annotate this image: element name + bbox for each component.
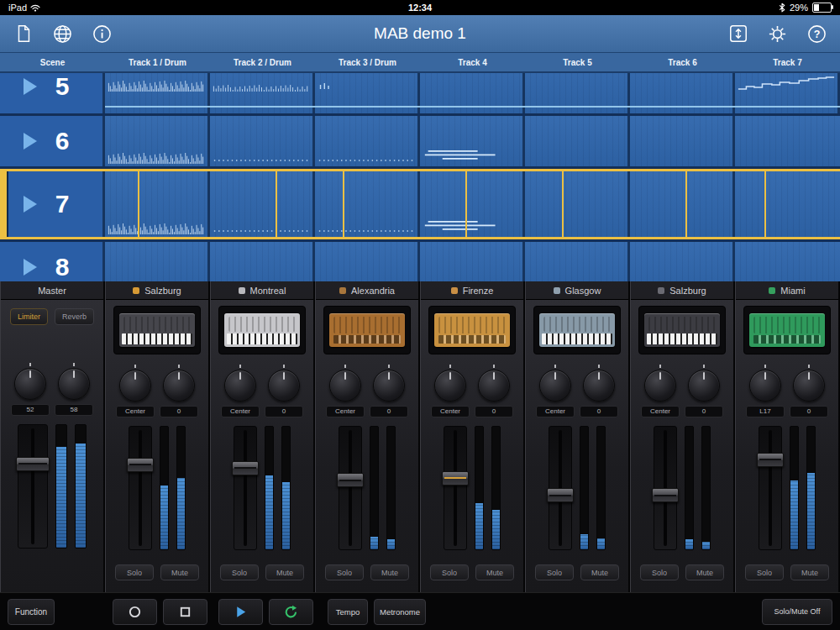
scene-launch-cell-6[interactable]: 6: [0, 116, 105, 166]
fader-cap[interactable]: [127, 458, 154, 472]
channel-header[interactable]: Alexandria: [316, 281, 418, 300]
reverb-button[interactable]: Reverb: [55, 308, 94, 325]
volume-fader[interactable]: [654, 426, 677, 550]
clip-scene8-track6[interactable]: [630, 242, 735, 281]
clip-scene7-track7[interactable]: [735, 171, 840, 237]
volume-fader[interactable]: [444, 426, 467, 550]
metronome-button[interactable]: Metronome: [374, 599, 426, 625]
pan-knob[interactable]: [644, 370, 676, 402]
function-button[interactable]: Function: [8, 599, 55, 625]
clip-scene6-track7[interactable]: [735, 116, 840, 166]
solo-button[interactable]: Solo: [325, 564, 364, 580]
import-export-icon[interactable]: [727, 23, 749, 45]
volume-fader[interactable]: [339, 426, 362, 550]
mute-button[interactable]: Mute: [685, 564, 724, 580]
fader-cap[interactable]: [442, 471, 469, 486]
fader-cap[interactable]: [337, 473, 364, 487]
column-header-track-6[interactable]: Track 6: [630, 53, 735, 71]
clip-scene6-track6[interactable]: [630, 116, 735, 166]
fader-cap[interactable]: [652, 488, 679, 502]
scene-play-icon[interactable]: [24, 133, 37, 150]
channel-header[interactable]: Salzburg: [106, 281, 208, 300]
clip-scene7-track2[interactable]: [210, 171, 315, 237]
clip-scene8-track2[interactable]: [210, 242, 315, 281]
send-knob[interactable]: [268, 370, 300, 402]
clip-scene7-track6[interactable]: [630, 171, 735, 237]
file-icon[interactable]: [12, 23, 34, 45]
clip-scene6-track4[interactable]: [420, 116, 525, 166]
pan-knob[interactable]: [749, 370, 781, 402]
clip-scene6-track2[interactable]: [210, 116, 315, 166]
solo-button[interactable]: Solo: [640, 564, 679, 580]
clip-scene7-track4[interactable]: [420, 171, 525, 237]
column-header-track-5[interactable]: Track 5: [525, 53, 630, 71]
send-knob[interactable]: [163, 370, 195, 402]
channel-header[interactable]: Miami: [736, 281, 838, 300]
clip-scene8-track4[interactable]: [420, 242, 525, 281]
volume-fader[interactable]: [129, 426, 152, 550]
gadget-thumbnail[interactable]: [428, 306, 516, 354]
gadget-thumbnail[interactable]: [218, 306, 306, 354]
gadget-thumbnail[interactable]: [638, 306, 726, 354]
channel-header[interactable]: Montreal: [211, 281, 313, 300]
pan-knob[interactable]: [539, 370, 571, 402]
gadget-thumbnail[interactable]: [743, 306, 831, 354]
loop-button[interactable]: [269, 599, 313, 625]
settings-gear-icon[interactable]: [766, 23, 789, 45]
clip-scene8-track5[interactable]: [525, 242, 630, 281]
send-knob[interactable]: [688, 370, 720, 402]
volume-fader[interactable]: [549, 426, 572, 550]
solo-button[interactable]: Solo: [220, 564, 259, 580]
limiter-button[interactable]: Limiter: [10, 308, 48, 325]
solo-button[interactable]: Solo: [535, 564, 574, 580]
send-knob[interactable]: [793, 370, 825, 402]
volume-fader[interactable]: [234, 426, 257, 550]
solo-button[interactable]: Solo: [745, 564, 784, 580]
scene-launch-cell-7[interactable]: 7: [0, 171, 105, 237]
record-button[interactable]: [113, 599, 157, 625]
fader-cap[interactable]: [232, 461, 259, 475]
clip-scene8-track3[interactable]: [315, 242, 420, 281]
gadget-thumbnail[interactable]: [323, 306, 411, 354]
clip-scene7-track1[interactable]: [105, 171, 210, 237]
channel-header[interactable]: Firenze: [421, 281, 523, 300]
column-header-track-3[interactable]: Track 3 / Drum: [315, 53, 420, 71]
help-icon[interactable]: ?: [806, 23, 828, 45]
mute-button[interactable]: Mute: [580, 564, 619, 580]
play-button[interactable]: [218, 599, 263, 625]
globe-icon[interactable]: [51, 23, 74, 45]
mute-button[interactable]: Mute: [265, 564, 304, 580]
scene-play-icon[interactable]: [24, 259, 37, 276]
send-knob[interactable]: [478, 370, 510, 402]
clip-scene6-track1[interactable]: [105, 116, 210, 166]
send-knob[interactable]: [373, 370, 405, 402]
scene-play-icon[interactable]: [24, 196, 37, 213]
send-knob[interactable]: [583, 370, 615, 402]
pan-knob[interactable]: [329, 370, 361, 402]
fader-cap[interactable]: [757, 453, 784, 467]
tempo-button[interactable]: Tempo: [328, 599, 368, 625]
stop-button[interactable]: [163, 599, 207, 625]
clip-scene8-track1[interactable]: [105, 242, 210, 281]
mute-button[interactable]: Mute: [475, 564, 514, 580]
scene-play-icon[interactable]: [24, 78, 37, 95]
fader-cap[interactable]: [547, 488, 574, 502]
volume-fader[interactable]: [18, 424, 48, 549]
send-knob[interactable]: [58, 368, 90, 400]
gadget-thumbnail[interactable]: [113, 306, 201, 354]
channel-header[interactable]: Glasgow: [526, 281, 628, 300]
clip-scene6-track5[interactable]: [525, 116, 630, 166]
mute-button[interactable]: Mute: [160, 564, 199, 580]
info-icon[interactable]: [91, 23, 113, 45]
clip-scene6-track3[interactable]: [315, 116, 420, 166]
scene-launch-cell-5[interactable]: 5: [0, 73, 105, 113]
gadget-thumbnail[interactable]: [533, 306, 621, 354]
mute-button[interactable]: Mute: [370, 564, 409, 580]
solo-button[interactable]: Solo: [115, 564, 154, 580]
column-header-track-1[interactable]: Track 1 / Drum: [105, 53, 210, 71]
fader-cap[interactable]: [16, 457, 50, 471]
clip-scene7-track5[interactable]: [525, 171, 630, 237]
channel-header[interactable]: Master: [1, 281, 103, 300]
pan-knob[interactable]: [119, 370, 151, 402]
solo-mute-off-button[interactable]: Solo/Mute Off: [762, 599, 832, 625]
